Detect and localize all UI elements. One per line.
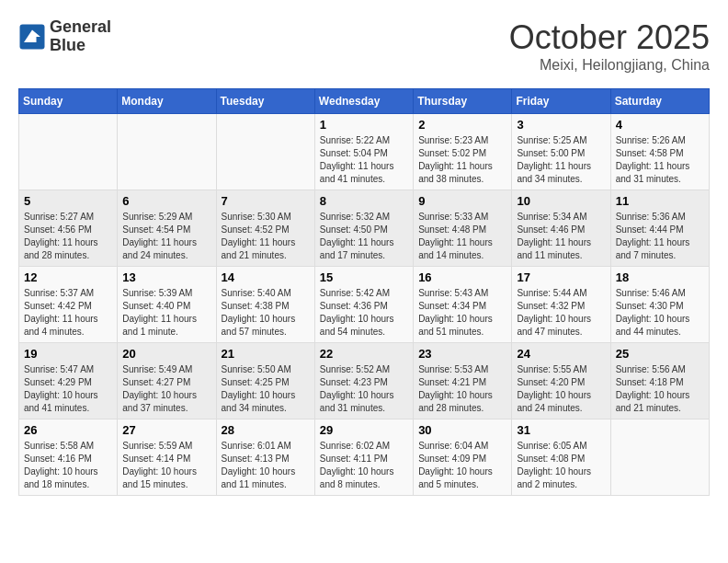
day-info: Sunrise: 6:02 AM Sunset: 4:11 PM Dayligh… <box>320 440 408 491</box>
day-info: Sunrise: 5:42 AM Sunset: 4:36 PM Dayligh… <box>320 287 408 339</box>
page-header: General Blue October 2025 Meixi, Heilong… <box>18 18 710 74</box>
day-info: Sunrise: 5:40 AM Sunset: 4:38 PM Dayligh… <box>222 287 310 339</box>
calendar-cell: 19Sunrise: 5:47 AM Sunset: 4:29 PM Dayli… <box>19 343 118 419</box>
day-info: Sunrise: 5:58 AM Sunset: 4:16 PM Dayligh… <box>24 440 112 491</box>
calendar-week-5: 26Sunrise: 5:58 AM Sunset: 4:16 PM Dayli… <box>19 419 710 496</box>
day-number: 9 <box>418 194 506 208</box>
calendar-cell: 5Sunrise: 5:27 AM Sunset: 4:56 PM Daylig… <box>19 190 118 267</box>
day-info: Sunrise: 5:43 AM Sunset: 4:34 PM Dayligh… <box>418 287 506 339</box>
calendar-week-4: 19Sunrise: 5:47 AM Sunset: 4:29 PM Dayli… <box>19 343 710 419</box>
day-number: 11 <box>616 194 704 208</box>
day-number: 3 <box>517 118 605 132</box>
day-info: Sunrise: 5:39 AM Sunset: 4:40 PM Dayligh… <box>122 287 210 339</box>
day-number: 28 <box>222 423 310 437</box>
month-title: October 2025 <box>509 18 710 57</box>
day-info: Sunrise: 5:47 AM Sunset: 4:29 PM Dayligh… <box>24 363 112 415</box>
day-number: 1 <box>320 118 408 132</box>
day-info: Sunrise: 5:33 AM Sunset: 4:48 PM Dayligh… <box>418 211 506 262</box>
calendar-cell: 3Sunrise: 5:25 AM Sunset: 5:00 PM Daylig… <box>512 114 610 190</box>
calendar-cell <box>19 114 118 190</box>
calendar-week-1: 1Sunrise: 5:22 AM Sunset: 5:04 PM Daylig… <box>19 114 710 190</box>
day-number: 29 <box>320 423 408 437</box>
calendar-table: SundayMondayTuesdayWednesdayThursdayFrid… <box>18 88 710 496</box>
calendar-cell: 17Sunrise: 5:44 AM Sunset: 4:32 PM Dayli… <box>512 267 610 343</box>
day-number: 25 <box>616 347 704 361</box>
day-info: Sunrise: 5:37 AM Sunset: 4:42 PM Dayligh… <box>24 287 112 339</box>
day-info: Sunrise: 5:56 AM Sunset: 4:18 PM Dayligh… <box>616 363 704 415</box>
calendar-cell: 30Sunrise: 6:04 AM Sunset: 4:09 PM Dayli… <box>414 419 512 496</box>
calendar-cell <box>118 114 216 190</box>
day-number: 8 <box>320 194 408 208</box>
calendar-cell: 1Sunrise: 5:22 AM Sunset: 5:04 PM Daylig… <box>314 114 413 190</box>
day-info: Sunrise: 6:04 AM Sunset: 4:09 PM Dayligh… <box>418 440 506 491</box>
day-info: Sunrise: 5:53 AM Sunset: 4:21 PM Dayligh… <box>418 363 506 415</box>
calendar-cell: 4Sunrise: 5:26 AM Sunset: 4:58 PM Daylig… <box>610 114 709 190</box>
day-number: 6 <box>122 194 210 208</box>
calendar-cell: 29Sunrise: 6:02 AM Sunset: 4:11 PM Dayli… <box>314 419 413 496</box>
calendar-cell: 15Sunrise: 5:42 AM Sunset: 4:36 PM Dayli… <box>314 267 413 343</box>
day-info: Sunrise: 5:29 AM Sunset: 4:54 PM Dayligh… <box>122 211 210 262</box>
title-block: October 2025 Meixi, Heilongjiang, China <box>509 18 710 74</box>
day-number: 5 <box>24 194 112 208</box>
location: Meixi, Heilongjiang, China <box>509 57 710 74</box>
calendar-cell: 2Sunrise: 5:23 AM Sunset: 5:02 PM Daylig… <box>414 114 512 190</box>
day-info: Sunrise: 5:26 AM Sunset: 4:58 PM Dayligh… <box>616 134 704 186</box>
day-number: 16 <box>418 270 506 284</box>
calendar-cell: 8Sunrise: 5:32 AM Sunset: 4:50 PM Daylig… <box>314 190 413 267</box>
calendar-cell: 6Sunrise: 5:29 AM Sunset: 4:54 PM Daylig… <box>118 190 216 267</box>
calendar-cell: 18Sunrise: 5:46 AM Sunset: 4:30 PM Dayli… <box>610 267 709 343</box>
calendar-cell: 14Sunrise: 5:40 AM Sunset: 4:38 PM Dayli… <box>216 267 314 343</box>
logo-line1: General <box>50 18 111 37</box>
day-number: 23 <box>418 347 506 361</box>
day-info: Sunrise: 5:27 AM Sunset: 4:56 PM Dayligh… <box>24 211 112 262</box>
day-number: 30 <box>418 423 506 437</box>
day-number: 27 <box>122 423 210 437</box>
header-sunday: Sunday <box>19 89 118 114</box>
day-number: 22 <box>320 347 408 361</box>
day-info: Sunrise: 5:34 AM Sunset: 4:46 PM Dayligh… <box>517 211 605 262</box>
calendar-cell: 31Sunrise: 6:05 AM Sunset: 4:08 PM Dayli… <box>512 419 610 496</box>
calendar-cell: 16Sunrise: 5:43 AM Sunset: 4:34 PM Dayli… <box>414 267 512 343</box>
calendar-cell: 12Sunrise: 5:37 AM Sunset: 4:42 PM Dayli… <box>19 267 118 343</box>
calendar-cell <box>216 114 314 190</box>
header-thursday: Thursday <box>414 89 512 114</box>
header-wednesday: Wednesday <box>314 89 413 114</box>
day-info: Sunrise: 5:46 AM Sunset: 4:30 PM Dayligh… <box>616 287 704 339</box>
day-info: Sunrise: 5:44 AM Sunset: 4:32 PM Dayligh… <box>517 287 605 339</box>
day-number: 24 <box>517 347 605 361</box>
header-friday: Friday <box>512 89 610 114</box>
header-monday: Monday <box>118 89 216 114</box>
day-number: 31 <box>517 423 605 437</box>
day-info: Sunrise: 5:50 AM Sunset: 4:25 PM Dayligh… <box>222 363 310 415</box>
calendar-cell: 24Sunrise: 5:55 AM Sunset: 4:20 PM Dayli… <box>512 343 610 419</box>
day-number: 20 <box>122 347 210 361</box>
calendar-cell: 25Sunrise: 5:56 AM Sunset: 4:18 PM Dayli… <box>610 343 709 419</box>
day-number: 15 <box>320 270 408 284</box>
calendar-cell: 7Sunrise: 5:30 AM Sunset: 4:52 PM Daylig… <box>216 190 314 267</box>
day-number: 13 <box>122 270 210 284</box>
calendar-cell <box>610 419 709 496</box>
day-number: 14 <box>222 270 310 284</box>
calendar-cell: 22Sunrise: 5:52 AM Sunset: 4:23 PM Dayli… <box>314 343 413 419</box>
logo: General Blue <box>18 18 111 55</box>
day-number: 12 <box>24 270 112 284</box>
day-info: Sunrise: 5:49 AM Sunset: 4:27 PM Dayligh… <box>122 363 210 415</box>
day-number: 19 <box>24 347 112 361</box>
calendar-cell: 10Sunrise: 5:34 AM Sunset: 4:46 PM Dayli… <box>512 190 610 267</box>
day-info: Sunrise: 6:01 AM Sunset: 4:13 PM Dayligh… <box>222 440 310 491</box>
header-tuesday: Tuesday <box>216 89 314 114</box>
day-info: Sunrise: 5:59 AM Sunset: 4:14 PM Dayligh… <box>122 440 210 491</box>
day-number: 10 <box>517 194 605 208</box>
calendar-cell: 28Sunrise: 6:01 AM Sunset: 4:13 PM Dayli… <box>216 419 314 496</box>
calendar-cell: 9Sunrise: 5:33 AM Sunset: 4:48 PM Daylig… <box>414 190 512 267</box>
calendar-week-2: 5Sunrise: 5:27 AM Sunset: 4:56 PM Daylig… <box>19 190 710 267</box>
day-info: Sunrise: 5:52 AM Sunset: 4:23 PM Dayligh… <box>320 363 408 415</box>
calendar-cell: 20Sunrise: 5:49 AM Sunset: 4:27 PM Dayli… <box>118 343 216 419</box>
day-info: Sunrise: 5:23 AM Sunset: 5:02 PM Dayligh… <box>418 134 506 186</box>
calendar-header-row: SundayMondayTuesdayWednesdayThursdayFrid… <box>19 89 710 114</box>
day-number: 17 <box>517 270 605 284</box>
day-number: 2 <box>418 118 506 132</box>
logo-icon <box>18 23 46 51</box>
day-number: 7 <box>222 194 310 208</box>
day-info: Sunrise: 5:55 AM Sunset: 4:20 PM Dayligh… <box>517 363 605 415</box>
